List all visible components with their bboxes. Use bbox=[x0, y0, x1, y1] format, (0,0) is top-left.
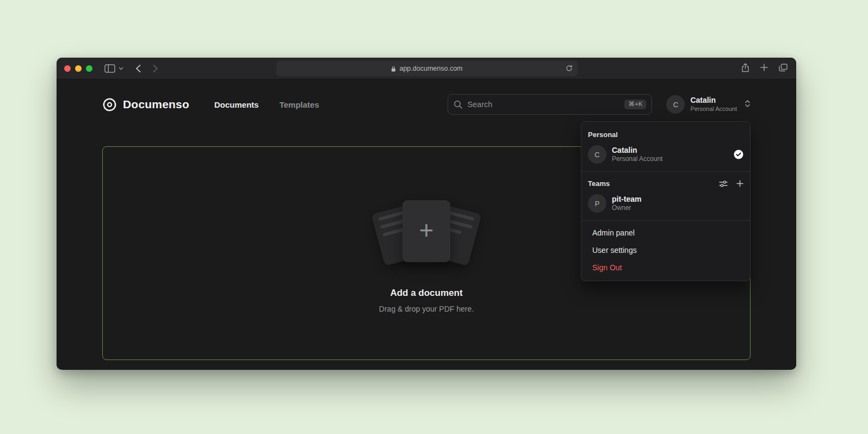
menu-item-sign-out[interactable]: Sign Out bbox=[581, 259, 750, 276]
minimize-window-button[interactable] bbox=[75, 65, 82, 72]
avatar: C bbox=[666, 95, 685, 114]
address-bar[interactable]: app.documenso.com bbox=[276, 61, 578, 76]
search-bar[interactable]: ⌘+K bbox=[448, 94, 652, 115]
manage-teams-icon[interactable] bbox=[719, 180, 728, 188]
share-icon[interactable] bbox=[741, 63, 749, 75]
search-input[interactable] bbox=[467, 100, 619, 109]
team-role: Owner bbox=[612, 204, 641, 213]
primary-nav: Documents Templates bbox=[214, 100, 319, 109]
menu-divider bbox=[581, 171, 750, 172]
menu-item-admin-panel[interactable]: Admin panel bbox=[581, 224, 750, 241]
chevron-up-down-icon bbox=[745, 100, 751, 110]
zoom-window-button[interactable] bbox=[86, 65, 92, 72]
personal-section-label: Personal bbox=[581, 124, 750, 141]
avatar: C bbox=[588, 145, 606, 164]
brand-name: Documenso bbox=[123, 98, 189, 111]
back-button-icon[interactable] bbox=[135, 64, 141, 73]
close-window-button[interactable] bbox=[64, 65, 71, 72]
window-controls bbox=[64, 65, 92, 72]
menu-divider bbox=[581, 220, 750, 221]
address-bar-url: app.documenso.com bbox=[399, 65, 462, 72]
personal-account-type: Personal Account bbox=[612, 155, 662, 164]
sidebar-chevron-icon[interactable] bbox=[119, 67, 123, 70]
document-stack-illustration: + bbox=[369, 193, 484, 274]
account-dropdown-menu: Personal C Catalin Personal Account bbox=[581, 121, 751, 281]
selected-check-icon bbox=[734, 150, 743, 159]
lock-icon bbox=[391, 66, 396, 72]
teams-section-header: Teams bbox=[581, 175, 750, 190]
tab-overview-icon[interactable] bbox=[779, 64, 788, 74]
add-team-icon[interactable] bbox=[736, 180, 743, 187]
search-shortcut-badge: ⌘+K bbox=[624, 100, 646, 109]
team-name: pit-team bbox=[612, 194, 641, 204]
plus-icon: + bbox=[419, 218, 434, 243]
document-card-center: + bbox=[402, 200, 450, 262]
search-icon bbox=[454, 100, 462, 109]
account-type: Personal Account bbox=[690, 106, 737, 113]
personal-account-item[interactable]: C Catalin Personal Account bbox=[581, 141, 750, 168]
dropzone-title: Add a document bbox=[390, 288, 462, 299]
team-avatar: P bbox=[588, 194, 606, 213]
new-tab-icon[interactable] bbox=[760, 64, 768, 73]
browser-titlebar: app.documenso.com bbox=[57, 58, 796, 79]
brand[interactable]: Documenso bbox=[102, 97, 189, 112]
account-menu-trigger[interactable]: C Catalin Personal Account bbox=[666, 95, 751, 114]
documenso-app: Documenso Documents Templates ⌘+K bbox=[57, 79, 796, 369]
nav-item-templates[interactable]: Templates bbox=[280, 100, 319, 109]
teams-section-label: Teams bbox=[588, 179, 610, 188]
team-item[interactable]: P pit-team Owner bbox=[581, 190, 750, 217]
reload-icon[interactable] bbox=[566, 65, 573, 73]
nav-item-documents[interactable]: Documents bbox=[214, 100, 259, 109]
account-name: Catalin bbox=[690, 96, 737, 106]
menu-item-user-settings[interactable]: User settings bbox=[581, 241, 750, 259]
dropzone-subtitle: Drag & drop your PDF here. bbox=[379, 305, 474, 313]
forward-button-icon[interactable] bbox=[153, 64, 158, 73]
documenso-logo-icon bbox=[102, 97, 117, 112]
browser-window: app.documenso.com bbox=[57, 58, 796, 370]
personal-account-name: Catalin bbox=[612, 145, 662, 155]
sidebar-toggle-icon[interactable] bbox=[104, 64, 115, 73]
